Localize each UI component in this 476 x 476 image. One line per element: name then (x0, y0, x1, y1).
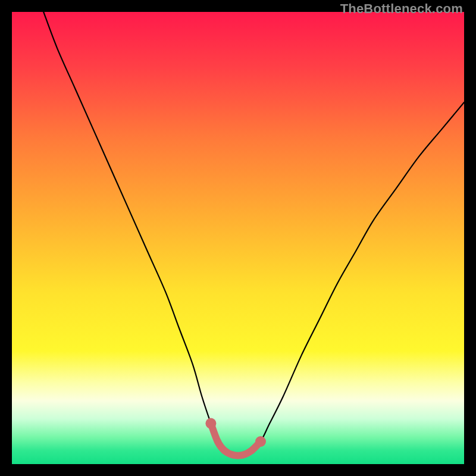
optimal-range-dot (248, 447, 255, 454)
chart-frame: TheBottleneck.com (0, 0, 476, 476)
optimal-range-dot (205, 418, 216, 429)
optimal-range-dot (221, 447, 228, 454)
optimal-range-dot (230, 452, 237, 459)
watermark-text: TheBottleneck.com (340, 1, 463, 17)
optimal-range-dot (239, 452, 246, 459)
chart-plot-area (12, 12, 464, 464)
chart-svg (12, 12, 464, 464)
optimal-range-dot (255, 436, 266, 447)
chart-background-gradient (12, 12, 464, 464)
optimal-range-dot (214, 438, 221, 445)
